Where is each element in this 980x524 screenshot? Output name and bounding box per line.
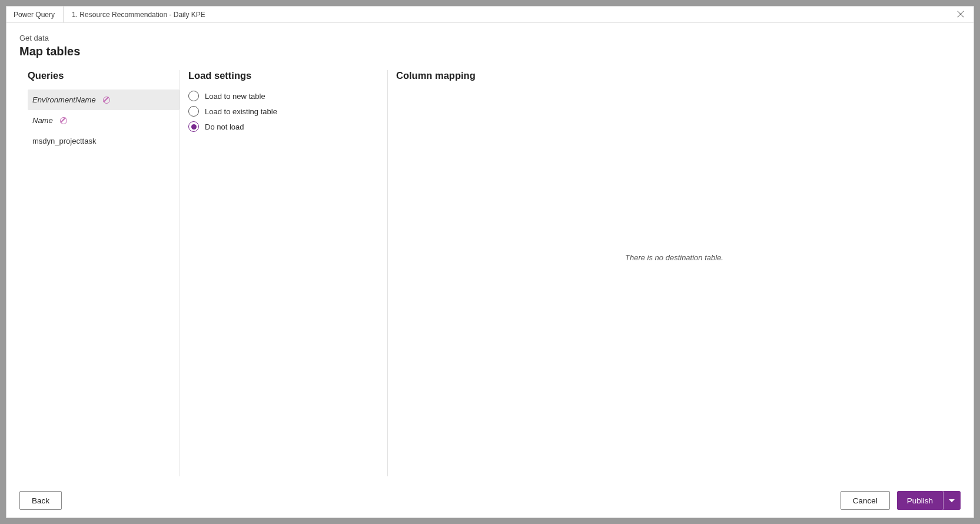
do-not-load-icon [60, 117, 67, 124]
publish-button-group: Publish [897, 491, 961, 510]
dialog-footer: Back Cancel Publish [6, 483, 974, 518]
do-not-load-icon [103, 97, 110, 104]
page-title: Map tables [19, 45, 961, 58]
queries-heading: Queries [28, 70, 180, 81]
radio-label: Do not load [205, 122, 244, 131]
columns-wrapper: Queries EnvironmentName Name msdyn_proje… [19, 70, 961, 483]
queries-list: EnvironmentName Name msdyn_projecttask [28, 89, 180, 151]
radio-icon [188, 106, 199, 117]
radio-label: Load to new table [205, 92, 265, 101]
breadcrumb: Get data [19, 34, 961, 42]
dialog-content: Get data Map tables Queries EnvironmentN… [6, 23, 974, 483]
titlebar-app-name: Power Query [14, 6, 64, 22]
query-item-name[interactable]: Name [28, 110, 180, 131]
back-button[interactable]: Back [19, 491, 62, 510]
radio-icon [188, 91, 199, 101]
load-settings-panel: Load settings Load to new table Load to … [180, 70, 387, 476]
radio-dot-icon [191, 124, 197, 130]
query-item-label: Name [32, 116, 53, 125]
queries-panel: Queries EnvironmentName Name msdyn_proje… [28, 70, 180, 476]
column-mapping-heading: Column mapping [396, 70, 961, 81]
chevron-down-icon [949, 499, 955, 502]
power-query-dialog: Power Query 1. Resource Recommendation -… [6, 6, 974, 518]
publish-button[interactable]: Publish [897, 491, 943, 510]
close-icon [956, 9, 965, 20]
load-settings-heading: Load settings [188, 70, 387, 81]
query-item-label: msdyn_projecttask [32, 137, 96, 145]
query-item-msdyn-projecttask[interactable]: msdyn_projecttask [28, 131, 180, 151]
titlebar-document-name: 1. Resource Recommendation - Daily KPE [64, 11, 205, 19]
query-item-environmentname[interactable]: EnvironmentName [28, 89, 180, 110]
column-mapping-panel: Column mapping There is no destination t… [387, 70, 961, 476]
radio-do-not-load[interactable]: Do not load [188, 121, 387, 132]
radio-icon [188, 121, 199, 132]
titlebar: Power Query 1. Resource Recommendation -… [6, 6, 974, 23]
cancel-button[interactable]: Cancel [841, 491, 890, 510]
publish-split-button[interactable] [943, 491, 961, 510]
close-button[interactable] [951, 6, 970, 22]
column-mapping-empty-message: There is no destination table. [388, 253, 961, 262]
radio-load-existing-table[interactable]: Load to existing table [188, 106, 387, 117]
radio-label: Load to existing table [205, 107, 277, 116]
query-item-label: EnvironmentName [32, 95, 96, 104]
load-settings-radio-group: Load to new table Load to existing table… [188, 91, 387, 132]
radio-load-new-table[interactable]: Load to new table [188, 91, 387, 101]
